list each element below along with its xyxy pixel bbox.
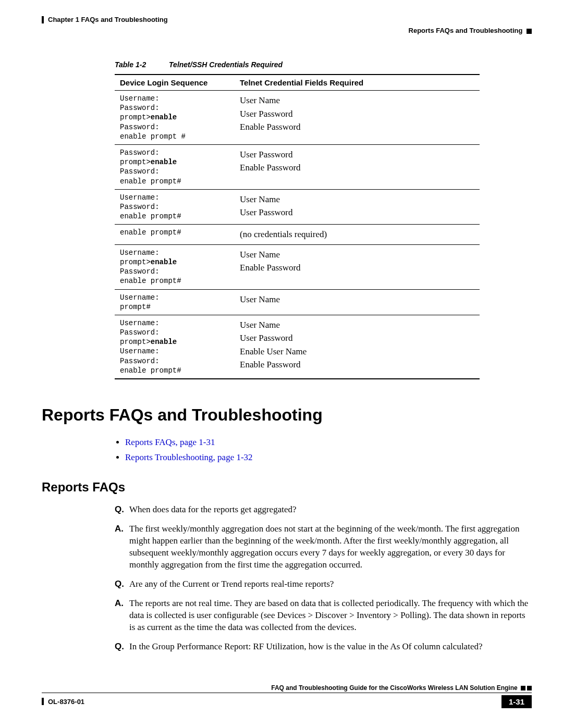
page-number: 1-31 bbox=[501, 695, 532, 708]
table-row: Username: prompt>enable Password: enable… bbox=[115, 244, 480, 289]
qa-text: In the Group Performance Report: RF Util… bbox=[129, 641, 532, 653]
credential-fields: User NameEnable Password bbox=[240, 248, 474, 275]
login-sequence: Username: prompt>enable Password: enable… bbox=[120, 248, 229, 286]
subsection-heading: Reports FAQs bbox=[42, 480, 532, 495]
qa-label: Q. bbox=[115, 641, 129, 653]
credential-fields: User PasswordEnable Password bbox=[240, 148, 474, 175]
chapter-label: Chapter 1 FAQs and Troubleshooting bbox=[48, 16, 168, 23]
qa-row: Q.Are any of the Current or Trend report… bbox=[115, 578, 532, 590]
table-row: Password: prompt>enable Password: enable… bbox=[115, 144, 480, 189]
square-icon bbox=[527, 29, 532, 34]
footer-docnum: OL-8376-01 bbox=[48, 698, 84, 706]
credential-fields: User NameUser PasswordEnable User NameEn… bbox=[240, 318, 474, 372]
square-icon bbox=[521, 686, 525, 690]
cross-reference-link[interactable]: Reports Troubleshooting, page 1-32 bbox=[125, 452, 253, 462]
table-number: Table 1-2 bbox=[115, 60, 146, 69]
login-sequence: Username: prompt# bbox=[120, 293, 229, 312]
table-row: enable prompt#(no credentials required) bbox=[115, 225, 480, 245]
credential-fields: User NameUser PasswordEnable Password bbox=[240, 94, 474, 134]
header-section: Reports FAQs and Troubleshooting bbox=[42, 27, 532, 34]
table-row: Username: Password: prompt>enable Passwo… bbox=[115, 91, 480, 145]
table-title: Telnet/SSH Credentials Required bbox=[169, 60, 283, 69]
credential-fields: (no credentials required) bbox=[240, 228, 474, 241]
credential-fields: User Name bbox=[240, 293, 474, 306]
qa-text: Are any of the Current or Trend reports … bbox=[129, 578, 532, 590]
qa-block: Q.When does data for the reports get agg… bbox=[115, 504, 532, 652]
header-bar-icon bbox=[42, 16, 44, 23]
page-footer: FAQ and Troubleshooting Guide for the Ci… bbox=[42, 684, 532, 708]
qa-label: A. bbox=[115, 523, 129, 571]
running-header: Chapter 1 FAQs and Troubleshooting bbox=[42, 16, 532, 23]
qa-row: A.The first weekly/monthly aggregation d… bbox=[115, 523, 532, 571]
qa-text: When does data for the reports get aggre… bbox=[129, 504, 532, 516]
table-row: Username: prompt#User Name bbox=[115, 289, 480, 315]
col-header-fields: Telnet Credential Fields Required bbox=[235, 75, 480, 91]
square-icon bbox=[527, 686, 532, 690]
cross-reference-link[interactable]: Reports FAQs, page 1-31 bbox=[125, 437, 215, 447]
list-item: Reports Troubleshooting, page 1-32 bbox=[125, 450, 532, 464]
qa-label: A. bbox=[115, 598, 129, 634]
credential-fields: User NameUser Password bbox=[240, 193, 474, 219]
footer-bar-icon bbox=[42, 698, 44, 705]
credentials-table: Device Login Sequence Telnet Credential … bbox=[115, 74, 480, 379]
footer-guide-title: FAQ and Troubleshooting Guide for the Ci… bbox=[271, 684, 517, 692]
qa-text: The reports are not real time. They are … bbox=[129, 598, 532, 634]
qa-text: The first weekly/monthly aggregation doe… bbox=[129, 523, 532, 571]
qa-row: A.The reports are not real time. They ar… bbox=[115, 598, 532, 634]
col-header-sequence: Device Login Sequence bbox=[115, 75, 235, 91]
qa-row: Q.When does data for the reports get agg… bbox=[115, 504, 532, 516]
login-sequence: Username: Password: prompt>enable Userna… bbox=[120, 318, 229, 375]
table-caption: Table 1-2 Telnet/SSH Credentials Require… bbox=[115, 60, 532, 69]
section-label: Reports FAQs and Troubleshooting bbox=[409, 27, 523, 34]
section-heading: Reports FAQs and Troubleshooting bbox=[42, 405, 532, 425]
qa-row: Q.In the Group Performance Report: RF Ut… bbox=[115, 641, 532, 653]
links-list: Reports FAQs, page 1-31Reports Troublesh… bbox=[115, 435, 532, 464]
table-row: Username: Password: enable prompt#User N… bbox=[115, 189, 480, 225]
login-sequence: Username: Password: enable prompt# bbox=[120, 193, 229, 221]
login-sequence: enable prompt# bbox=[120, 228, 229, 237]
qa-label: Q. bbox=[115, 504, 129, 516]
qa-label: Q. bbox=[115, 578, 129, 590]
table-row: Username: Password: prompt>enable Userna… bbox=[115, 315, 480, 379]
login-sequence: Password: prompt>enable Password: enable… bbox=[120, 148, 229, 186]
login-sequence: Username: Password: prompt>enable Passwo… bbox=[120, 94, 229, 141]
list-item: Reports FAQs, page 1-31 bbox=[125, 435, 532, 449]
